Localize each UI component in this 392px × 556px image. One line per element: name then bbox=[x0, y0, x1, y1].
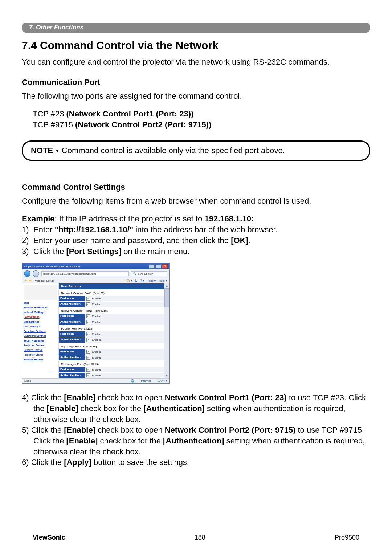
step-2-a: Enter your user name and password, and t… bbox=[33, 236, 231, 245]
step-4-d: check box for the bbox=[78, 404, 144, 413]
scroll-up-icon[interactable]: ▲ bbox=[166, 283, 168, 288]
sidebar-item-schedule-settings[interactable]: Schedule Settings bbox=[24, 330, 57, 332]
table-row: Port open✓Enable bbox=[59, 331, 164, 337]
step-6-num: 6) bbox=[22, 458, 29, 467]
row-value: Enable bbox=[92, 315, 101, 318]
search-icon: 🔍 bbox=[133, 272, 136, 275]
table-row: Authentication✓Enable bbox=[59, 372, 164, 378]
step-1-a: Enter bbox=[33, 225, 55, 234]
ss-address-bar: http://192.168.1.10/html/projectsetup.ht… bbox=[22, 269, 169, 278]
section-title: 7.4 Command Control via the Network bbox=[22, 39, 370, 52]
step-5-enable: [Enable] bbox=[64, 425, 95, 434]
step-6-a: Click the bbox=[29, 458, 64, 467]
step-3-num: 3) bbox=[22, 246, 33, 257]
footer-page-number: 188 bbox=[195, 534, 205, 541]
page-menu[interactable]: Page ▾ bbox=[147, 279, 156, 282]
step-6-b: button to save the settings. bbox=[91, 458, 189, 467]
row-label: Port open bbox=[59, 349, 85, 355]
sidebar-item-projector-status[interactable]: Projector Status bbox=[24, 353, 57, 356]
minimize-icon[interactable]: _ bbox=[149, 264, 155, 269]
logo-slot bbox=[24, 285, 57, 300]
checkbox[interactable]: ✓ bbox=[86, 302, 90, 306]
group-0-title: Network Control Port1 (Port:23) bbox=[59, 289, 164, 295]
sidebar-item-mail-settings[interactable]: Mail Settings bbox=[24, 320, 57, 323]
back-icon[interactable] bbox=[24, 270, 30, 277]
checkbox[interactable]: ✓ bbox=[86, 332, 90, 336]
step-1-num: 1) bbox=[22, 224, 33, 235]
row-value: Enable bbox=[92, 338, 101, 342]
checkbox[interactable]: ✓ bbox=[86, 338, 90, 342]
row-label: Authentication bbox=[59, 337, 85, 343]
step-2-num: 2) bbox=[22, 235, 33, 246]
url-field[interactable]: http://192.168.1.10/html/projectsetup.ht… bbox=[41, 271, 129, 276]
checkbox[interactable]: ✓ bbox=[86, 350, 90, 354]
scroll-down-icon[interactable]: ▼ bbox=[166, 373, 168, 378]
step-4-num: 4) bbox=[22, 393, 29, 402]
step-3-ps: [Port Settings] bbox=[66, 247, 121, 256]
comm-port-heading: Communication Port bbox=[22, 78, 370, 87]
sidebar-item-security-settings[interactable]: Security Settings bbox=[24, 339, 57, 342]
close-icon[interactable]: ✕ bbox=[162, 264, 168, 269]
sidebar-top[interactable]: Top: bbox=[24, 302, 57, 304]
step-5: 5) Click the [Enable] check box to open … bbox=[22, 425, 370, 457]
step-3-a: Click the bbox=[33, 247, 66, 256]
cc-settings-lead: Configure the following items from a web… bbox=[22, 196, 370, 207]
checkbox[interactable]: ✓ bbox=[86, 356, 90, 360]
sidebar-item-remote-control[interactable]: Remote Control bbox=[24, 349, 57, 351]
table-row: Authentication✓Enable bbox=[59, 337, 164, 343]
table-row: Port open✓Enable bbox=[59, 313, 164, 319]
favorites-icon[interactable]: ★ bbox=[24, 279, 27, 282]
step-1-b: into the address bar of the web browser. bbox=[133, 225, 277, 234]
table-row: Port open✓Enable bbox=[59, 295, 164, 301]
step-5-num: 5) bbox=[22, 425, 29, 434]
scrollbar[interactable]: ▲ ▼ bbox=[164, 283, 169, 378]
sidebar-item-projector-control[interactable]: Projector Control bbox=[24, 344, 57, 347]
status-zoom[interactable]: 100% ▾ bbox=[157, 379, 167, 383]
step-5-d: check box for the bbox=[98, 436, 163, 445]
sidebar-item-network-settings[interactable]: Network Settings bbox=[24, 311, 57, 314]
table-row: Authentication✓Enable bbox=[59, 301, 164, 307]
ss-toolbar: ★ ✚ Projector Setup 🏠 ▾ 🖶 🖨 ▾ Page ▾ Too… bbox=[22, 278, 169, 283]
print-icon[interactable]: 🖨 ▾ bbox=[139, 279, 144, 282]
example-ip: 192.168.1.10: bbox=[204, 214, 254, 223]
ss-main-title: Port Settings bbox=[59, 283, 164, 289]
row-label: Authentication bbox=[59, 355, 85, 360]
sidebar-item-network-restart[interactable]: Network Restart bbox=[24, 358, 57, 361]
add-favorite-icon[interactable]: ✚ bbox=[29, 279, 32, 282]
feeds-icon[interactable]: 🖶 bbox=[134, 279, 137, 282]
sidebar-item-alert-settings[interactable]: Alert Settings bbox=[24, 325, 57, 328]
step-4: 4) Click the [Enable] check box to open … bbox=[22, 392, 370, 425]
checkbox[interactable]: ✓ bbox=[86, 368, 90, 372]
ss-window-titlebar: Projector Setup - Windows Internet Explo… bbox=[22, 263, 169, 269]
step-4-auth: [Authentication] bbox=[143, 404, 205, 413]
note-bullet: • bbox=[56, 146, 59, 155]
row-value: Enable bbox=[92, 332, 101, 336]
example-text-a: : If the IP address of the projector is … bbox=[55, 214, 205, 223]
home-icon[interactable]: 🏠 ▾ bbox=[126, 279, 132, 282]
step-5-b: check box to open bbox=[95, 425, 165, 434]
table-row: Port open✓Enable bbox=[59, 349, 164, 355]
port1-name: (Network Control Port1 (Port: 23)) bbox=[66, 109, 194, 118]
ss-sidebar: Top: Network Information Network Setting… bbox=[22, 283, 59, 378]
globe-icon: 🌐 bbox=[131, 379, 134, 383]
tab-label[interactable]: Projector Setup bbox=[34, 279, 54, 282]
checkbox[interactable]: ✓ bbox=[86, 297, 90, 301]
scroll-thumb[interactable] bbox=[164, 288, 169, 307]
maximize-icon[interactable]: □ bbox=[155, 264, 161, 269]
page: 7. Other Functions 7.4 Command Control v… bbox=[0, 0, 392, 556]
checkbox[interactable]: ✓ bbox=[86, 314, 90, 318]
footer-model: Pro9500 bbox=[335, 534, 359, 541]
step-1: 1) Enter "http://192.168.1.10/" into the… bbox=[22, 224, 370, 235]
sidebar-item-network-information[interactable]: Network Information bbox=[24, 306, 57, 309]
sidebar-item-date-time-settings[interactable]: Date/Time Settings bbox=[24, 335, 57, 337]
ss-body: Top: Network Information Network Setting… bbox=[22, 283, 169, 378]
forward-icon[interactable] bbox=[33, 270, 39, 277]
checkbox[interactable]: ✓ bbox=[86, 373, 90, 377]
sidebar-item-port-settings[interactable]: Port Settings bbox=[24, 316, 57, 318]
row-value: Enable bbox=[92, 350, 101, 353]
checkbox[interactable]: ✓ bbox=[86, 320, 90, 324]
tools-menu[interactable]: Tools ▾ bbox=[158, 279, 167, 282]
example-block: Example: If the IP address of the projec… bbox=[22, 213, 370, 257]
search-field[interactable]: 🔍 Live Search bbox=[131, 271, 167, 276]
step-4-enable: [Enable] bbox=[64, 393, 95, 402]
